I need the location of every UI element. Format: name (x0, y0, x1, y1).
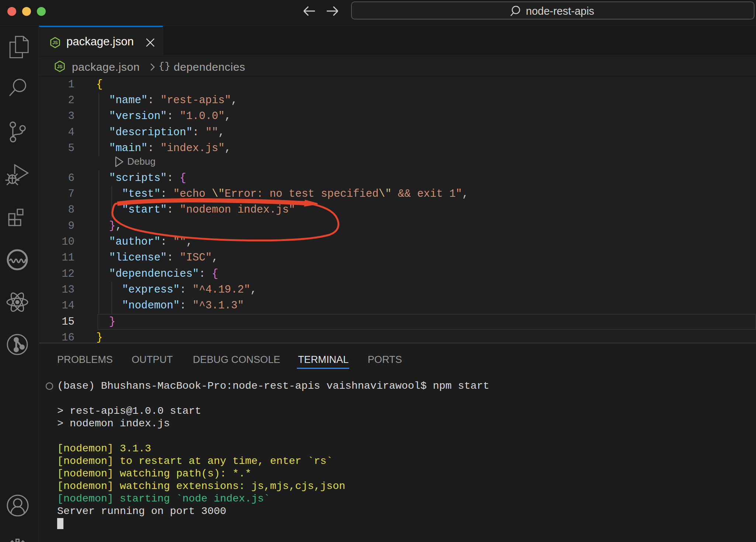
svg-text:JS: JS (57, 64, 63, 69)
svg-text:JS: JS (52, 40, 58, 45)
